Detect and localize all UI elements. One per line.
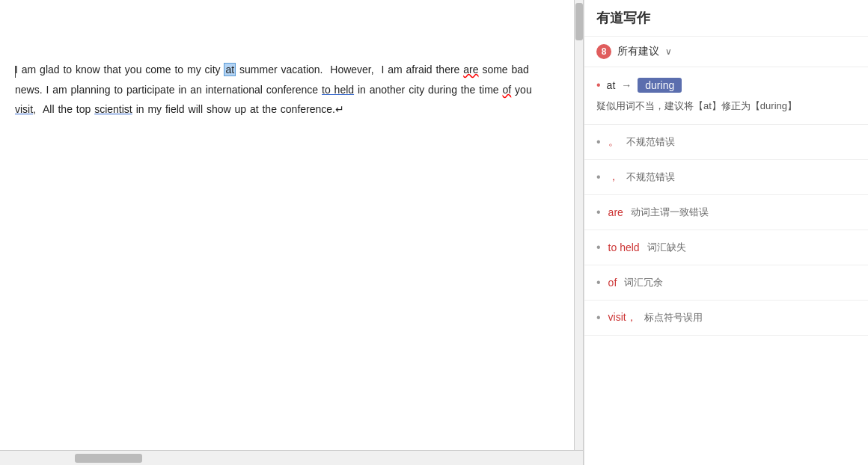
editor-content[interactable]: I am glad to know that you come to my ci… bbox=[0, 0, 583, 450]
suggestion-label-comma: 不规范错误 bbox=[626, 170, 675, 184]
suggestion-word-comma: ， bbox=[608, 170, 619, 184]
suggestion-replacement-during[interactable]: during bbox=[638, 78, 682, 93]
suggestion-word-visit: visit， bbox=[608, 311, 637, 324]
error-word-visit: visit, bbox=[15, 103, 36, 115]
suggestion-label-visit: 标点符号误用 bbox=[644, 311, 703, 324]
suggestion-word-period: 。 bbox=[608, 135, 619, 149]
editor-paragraph: I am glad to know that you come to my ci… bbox=[15, 60, 539, 120]
suggestions-list[interactable]: • at → during 疑似用词不当，建议将【at】修正为【during】 … bbox=[584, 67, 868, 465]
suggestion-label-period: 不规范错误 bbox=[626, 135, 675, 149]
suggestion-word-to-held: to held bbox=[608, 241, 640, 253]
suggestion-arrow-icon: → bbox=[621, 79, 632, 91]
dropdown-arrow-icon[interactable]: ∨ bbox=[665, 46, 672, 57]
suggestion-bullet-of: • bbox=[596, 276, 601, 289]
suggestion-bullet-are: • bbox=[596, 206, 601, 219]
suggestion-label-to-held: 词汇缺失 bbox=[647, 241, 686, 254]
suggestion-bullet-to-held: • bbox=[596, 241, 601, 254]
suggestion-item-period[interactable]: • 。 不规范错误 bbox=[584, 125, 868, 160]
vertical-scrollbar[interactable] bbox=[574, 0, 583, 450]
editor-text[interactable]: I am glad to know that you come to my ci… bbox=[15, 60, 539, 120]
suggestion-label-of: 词汇冗余 bbox=[624, 276, 663, 289]
suggestion-bullet-visit: • bbox=[596, 311, 601, 324]
suggestion-item-comma[interactable]: • ， 不规范错误 bbox=[584, 160, 868, 195]
horizontal-scrollbar-thumb[interactable] bbox=[75, 454, 142, 463]
panel-title: 有道写作 bbox=[596, 9, 650, 27]
suggestion-description-at: 疑似用词不当，建议将【at】修正为【during】 bbox=[596, 99, 856, 114]
highlighted-word-at: at bbox=[224, 63, 236, 76]
suggestion-item-to-held[interactable]: • to held 词汇缺失 bbox=[584, 230, 868, 265]
suggestion-word-of: of bbox=[608, 277, 617, 289]
suggestion-bullet-comma: • bbox=[596, 170, 601, 184]
error-word-of: of bbox=[503, 84, 512, 96]
panel-header: 有道写作 bbox=[584, 0, 868, 37]
horizontal-scrollbar[interactable] bbox=[0, 450, 583, 465]
suggestion-word-at: at bbox=[607, 79, 616, 91]
all-suggestions-header[interactable]: 8 所有建议 ∨ bbox=[584, 37, 868, 67]
suggestion-label-are: 动词主谓一致错误 bbox=[631, 206, 709, 219]
suggestion-item-are[interactable]: • are 动词主谓一致错误 bbox=[584, 195, 868, 230]
suggestion-word-are: are bbox=[608, 206, 623, 218]
error-word-are: are bbox=[463, 64, 478, 76]
cursor-line bbox=[15, 66, 16, 78]
error-word-to-held: to held bbox=[322, 84, 354, 96]
suggestion-bullet-period: • bbox=[596, 135, 601, 149]
paragraph-return: ↵ bbox=[335, 103, 344, 115]
suggestion-item-of[interactable]: • of 词汇冗余 bbox=[584, 265, 868, 301]
error-word-scientist: scientist bbox=[94, 103, 132, 115]
editor-panel[interactable]: I am glad to know that you come to my ci… bbox=[0, 0, 584, 465]
suggestion-bullet-at: • bbox=[596, 78, 601, 92]
suggestions-panel: 有道写作 8 所有建议 ∨ • at → during 疑似用词不当，建议将【a… bbox=[584, 0, 868, 465]
all-suggestions-label[interactable]: 所有建议 bbox=[617, 45, 659, 58]
suggestion-item-visit[interactable]: • visit， 标点符号误用 bbox=[584, 301, 868, 336]
suggestions-badge: 8 bbox=[596, 44, 611, 59]
vertical-scrollbar-thumb[interactable] bbox=[575, 3, 583, 40]
suggestion-item-at[interactable]: • at → during 疑似用词不当，建议将【at】修正为【during】 bbox=[584, 67, 868, 125]
